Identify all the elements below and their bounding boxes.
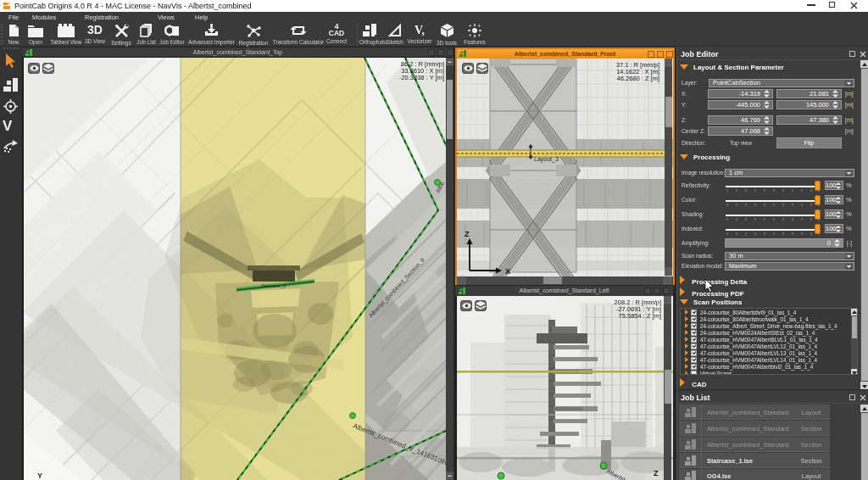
svg-text:Z: Z: [465, 230, 470, 238]
svg-text:46.2680 : Z [m]: 46.2680 : Z [m]: [617, 75, 659, 82]
svg-text:75.5854 : Z [m]: 75.5854 : Z [m]: [619, 312, 661, 320]
svg-text:Z: Z: [654, 469, 659, 477]
svg-text:X: X: [505, 267, 510, 276]
svg-text:-20.3338 : Y [m]: -20.3338 : Y [m]: [399, 74, 444, 81]
svg-text:Y: Y: [37, 472, 42, 480]
